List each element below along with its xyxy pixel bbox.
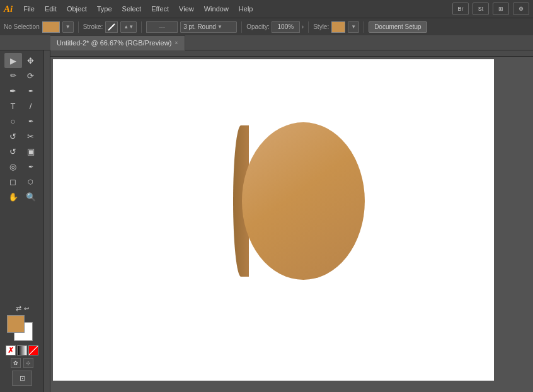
grid-icon[interactable]: ⊞ (493, 3, 509, 15)
opacity-arrow[interactable]: › (302, 23, 304, 30)
tab-close-button[interactable]: × (175, 40, 178, 46)
menu-bar: Ai File Edit Object Type Select Effect V… (0, 0, 533, 18)
tool-row-10: ✋ 🔍 (1, 189, 43, 204)
extra-tools-row: ✿ ⊹ (11, 358, 33, 368)
select-tool[interactable]: ▶ (4, 53, 22, 68)
line-tool[interactable]: / (22, 98, 40, 113)
stroke-icon[interactable] (105, 21, 118, 33)
menu-window[interactable]: Window (200, 4, 233, 14)
main-layout: ▶ ✥ ✏ ⟳ ✒ ✒ T / ○ ✒ ↺ ✂ ↺ ▣ ◎ ✒ (0, 50, 533, 392)
eraser-tool[interactable]: ✒ (22, 83, 40, 98)
tool-row-2: ✏ ⟳ (1, 68, 43, 83)
tool-row-9: ◻ ⬡ (1, 174, 43, 189)
tool-row-4: T / (1, 98, 43, 113)
tool-row-7: ↺ ▣ (1, 144, 43, 159)
menu-effect[interactable]: Effect (147, 4, 173, 14)
tool-row-3: ✒ ✒ (1, 83, 43, 98)
rotate-tool[interactable]: ↺ (4, 129, 22, 144)
menu-edit[interactable]: Edit (40, 4, 61, 14)
fill-dropdown[interactable]: ▼ (62, 21, 74, 33)
opacity-group: Opacity: › (246, 21, 304, 33)
ruler-horizontal (44, 50, 533, 57)
egg-body[interactable] (242, 122, 365, 280)
style-dropdown[interactable]: ▼ (348, 21, 359, 33)
swap-colors-icon[interactable]: ⇄ (16, 304, 21, 313)
tool-row-1: ▶ ✥ (1, 53, 43, 68)
selection-label: No Selection (4, 23, 40, 30)
stroke-label: Stroke: (83, 23, 103, 30)
opacity-input[interactable] (272, 21, 300, 33)
brush-size-dropdown[interactable]: 3 pt. Round ▼ (180, 21, 237, 33)
fill-swatch[interactable] (42, 21, 60, 33)
blob-brush-tool[interactable]: ✒ (4, 83, 22, 98)
toolbar: No Selection ▼ Stroke: ▲▼ 3 pt. Round ▼ … (0, 18, 533, 35)
none-swatch2[interactable] (28, 345, 38, 355)
artboard-tool[interactable]: ⊡ (12, 371, 32, 386)
ellipse-tool[interactable]: ○ (4, 113, 22, 129)
scissors-tool[interactable]: ✂ (22, 129, 40, 144)
gradient-swatch[interactable] (17, 345, 27, 355)
reflect-tool[interactable]: ↺ (4, 144, 22, 159)
menu-type[interactable]: Type (93, 4, 117, 14)
tab-title: Untitled-2* @ 66.67% (RGB/Preview) (57, 39, 171, 47)
mesh-tool[interactable]: ✒ (22, 159, 40, 174)
eyedropper-tool[interactable]: ✿ (11, 358, 21, 368)
ruler-vertical (44, 50, 50, 392)
swatch-area (7, 315, 37, 343)
document-tab[interactable]: Untitled-2* @ 66.67% (RGB/Preview) × (50, 35, 185, 50)
opacity-label: Opacity: (246, 23, 270, 30)
symbol-tool[interactable]: ▣ (22, 144, 40, 159)
direct-select-tool[interactable]: ✥ (22, 53, 40, 68)
measure-tool[interactable]: ⊹ (23, 358, 33, 368)
canvas-panel (53, 59, 494, 381)
default-colors-icon[interactable]: ↩ (24, 305, 29, 312)
zoom-tool[interactable]: 🔍 (22, 189, 40, 204)
tool-row-8: ◎ ✒ (1, 159, 43, 174)
paintbrush-tool[interactable]: ✒ (22, 113, 40, 129)
tool-row-5: ○ ✒ (1, 113, 43, 129)
sync-icon[interactable]: ⚙ (513, 3, 529, 15)
menu-object[interactable]: Object (62, 4, 91, 14)
divider-1 (78, 21, 79, 33)
tool-row-6: ↺ ✂ (1, 129, 43, 144)
stroke-group: Stroke: ▲▼ (83, 21, 137, 33)
tab-bar: Untitled-2* @ 66.67% (RGB/Preview) × (0, 35, 533, 50)
fg-swatch[interactable] (7, 315, 25, 333)
menu-select[interactable]: Select (118, 4, 146, 14)
blend-tool[interactable]: ◎ (4, 159, 22, 174)
style-swatch[interactable] (331, 21, 345, 33)
type-tool[interactable]: T (4, 98, 22, 113)
pencil-tool[interactable]: ⟳ (22, 68, 40, 83)
width-input[interactable] (146, 21, 178, 33)
selection-group: No Selection ▼ (4, 21, 74, 33)
bridge-icon[interactable]: Br (452, 3, 469, 15)
stroke-dropdown[interactable]: ▲▼ (120, 21, 137, 33)
none-swatch[interactable]: ✗ (6, 345, 16, 355)
graph-tool[interactable]: ◻ (4, 174, 22, 189)
pen-tool[interactable]: ✏ (4, 68, 22, 83)
column-graph-tool[interactable]: ⬡ (22, 174, 40, 189)
menu-icons: Br St ⊞ ⚙ (452, 3, 529, 15)
divider-4 (308, 21, 309, 33)
canvas-area (44, 50, 533, 392)
svg-line-0 (108, 24, 115, 30)
none-icon: ✗ (8, 346, 14, 355)
color-mode-row: ✗ (6, 345, 38, 355)
menu-view[interactable]: View (175, 4, 198, 14)
brush-size-label: 3 pt. Round (183, 23, 216, 30)
menu-help[interactable]: Help (234, 4, 258, 14)
stock-icon[interactable]: St (473, 3, 489, 15)
divider-3 (241, 21, 242, 33)
menu-file[interactable]: File (19, 4, 39, 14)
document-setup-button[interactable]: Document Setup (369, 21, 427, 33)
hand-tool[interactable]: ✋ (4, 189, 22, 204)
style-label: Style: (313, 23, 329, 30)
divider-5 (364, 21, 364, 33)
app-logo: Ai (4, 4, 13, 14)
left-toolbar: ▶ ✥ ✏ ⟳ ✒ ✒ T / ○ ✒ ↺ ✂ ↺ ▣ ◎ ✒ (0, 50, 44, 392)
divider-2 (141, 21, 142, 33)
